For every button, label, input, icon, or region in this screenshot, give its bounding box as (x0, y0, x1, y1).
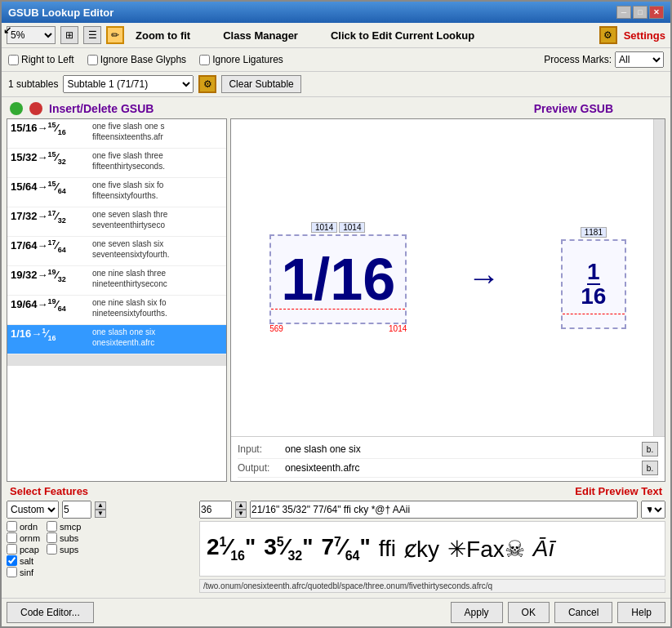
preview-size-up[interactable]: ▲ (235, 501, 247, 510)
arrow-symbol: → (468, 260, 501, 296)
ignore-ligatures-checkbox[interactable] (199, 55, 210, 65)
left-panel-title: Insert/Delete GSUB (49, 102, 154, 115)
preview-size-spin: ▲ ▼ (235, 501, 247, 518)
measure-3: 1181 (581, 227, 607, 238)
ignore-base-option[interactable]: Ignore Base Glyphs (87, 54, 186, 65)
spin-up-button[interactable]: ▲ (95, 501, 106, 510)
close-button[interactable]: ✕ (649, 6, 664, 19)
list-item[interactable]: sups (47, 544, 81, 555)
subs-checkbox[interactable] (47, 532, 57, 543)
spin-down-button[interactable]: ▼ (95, 510, 106, 518)
input-row: Input: one slash one six b. (238, 440, 658, 459)
help-button[interactable]: Help (617, 602, 665, 623)
ordn-checkbox[interactable] (7, 521, 17, 532)
table-row[interactable]: 1/16→1⁄16 one slash one sixonesixteenth.… (7, 325, 226, 354)
main-content: Insert/Delete GSUB Preview GSUB 15/16→15… (2, 97, 670, 598)
list-item[interactable]: subs (47, 532, 81, 543)
settings-icon[interactable]: ⚙ (599, 26, 617, 44)
preview-text-input[interactable] (250, 501, 638, 519)
salt-checkbox[interactable] (7, 555, 17, 566)
bottom-buttons: Code Editor... Apply OK Cancel Help (2, 598, 670, 626)
pcap-checkbox[interactable] (7, 544, 17, 555)
output-row: Output: onesixteenth.afrc b. (238, 459, 658, 478)
list-item[interactable]: ordn (7, 521, 40, 532)
grid-icon[interactable]: ⊞ (60, 26, 78, 44)
features-spin[interactable] (62, 501, 91, 519)
list-item[interactable]: sinf (7, 567, 40, 577)
output-edit-button[interactable]: b. (642, 461, 658, 475)
toolbar: ↙ 5% ⊞ ☰ ✏ Zoom to fit Class Manager Cli… (2, 23, 670, 48)
right-to-left-option[interactable]: Right to Left (8, 54, 74, 65)
smcp-checkbox[interactable] (47, 521, 57, 532)
glyph-item-6: ✳Fax☠ (447, 536, 525, 563)
width-2: 1014 (389, 324, 407, 333)
table-row[interactable]: 15/64→15⁄64 one five slash six fofifteen… (7, 178, 226, 207)
right-to-left-checkbox[interactable] (8, 55, 19, 65)
io-area: Input: one slash one six b. Output: ones… (231, 437, 665, 481)
cancel-button[interactable]: Cancel (554, 602, 612, 623)
sinf-checkbox[interactable] (7, 567, 17, 577)
table-row[interactable]: 19/64→19⁄64 one nine slash six foninetee… (7, 296, 226, 325)
title-bar: GSUB Lookup Editor ─ □ ✕ (2, 2, 670, 23)
right-panel-title: Preview GSUB (154, 102, 662, 115)
subtable-edit-icon[interactable]: ⚙ (198, 75, 216, 93)
zoom-select[interactable]: 5% (7, 26, 56, 44)
result-baseline (563, 314, 625, 314)
subtable-count: 1 subtables (8, 78, 58, 90)
rule-list[interactable]: 15/16→15⁄16 one five slash one sfifteens… (7, 118, 227, 482)
input-value: one slash one six (285, 443, 635, 455)
subtable-select[interactable]: Subtable 1 (71/71) (63, 75, 194, 93)
list-item[interactable]: salt (7, 555, 40, 566)
table-row[interactable]: 15/16→15⁄16 one five slash one sfifteens… (7, 119, 226, 149)
ok-button[interactable]: OK (508, 602, 550, 623)
process-marks-select[interactable]: All (615, 51, 664, 68)
features-panel: Custom ▲ ▼ ordn ornm pcap salt sinf (7, 501, 194, 577)
ignore-base-checkbox[interactable] (87, 55, 98, 65)
path-row: /two.onum/onesixteenth.afrc/quotedbl/spa… (199, 579, 665, 593)
sups-checkbox[interactable] (47, 544, 57, 555)
table-row[interactable]: 15/32→15⁄32 one five slash threefifteent… (7, 149, 226, 178)
clear-subtable-button[interactable]: Clear Subtable (221, 75, 300, 93)
preview-scrollbar[interactable] (653, 119, 665, 436)
ignore-ligatures-option[interactable]: Ignore Ligatures (199, 54, 283, 65)
features-dropdown[interactable]: Custom (7, 501, 59, 519)
list-item[interactable]: pcap (7, 544, 40, 555)
panels-area: 15/16→15⁄16 one five slash one sfifteens… (7, 118, 665, 482)
features-col-2: smcp subs sups (47, 521, 81, 577)
list-icon[interactable]: ☰ (83, 26, 101, 44)
measure-label-3: 1181 (581, 226, 607, 238)
edit-current-icon[interactable]: ✏ (106, 26, 124, 44)
preview-size-input[interactable] (199, 501, 232, 519)
ornm-checkbox[interactable] (7, 532, 17, 543)
glyph-area: 1014 1014 1/16 569 1014 (231, 119, 665, 436)
glyph-item-4: ffi (379, 536, 396, 562)
measure-1: 1014 (311, 222, 337, 233)
output-value: onesixteenth.afrc (285, 462, 635, 474)
title-bar-buttons: ─ □ ✕ (616, 6, 664, 19)
scroll-stub (7, 354, 226, 366)
features-list: ordn ornm pcap salt sinf smcp subs sups (7, 521, 194, 577)
table-row[interactable]: 17/32→17⁄32 one seven slash threseventee… (7, 207, 226, 237)
panels-header: Insert/Delete GSUB Preview GSUB (7, 102, 665, 115)
list-item[interactable]: smcp (47, 521, 81, 532)
apply-button[interactable]: Apply (451, 602, 503, 623)
select-features-label: Select Features (10, 485, 88, 497)
table-row[interactable]: 17/64→17⁄64 one seven slash sixseventeen… (7, 237, 226, 266)
preview-canvas[interactable]: 1014 1014 1/16 569 1014 (231, 119, 665, 437)
glyph-preview-row: 21⁄16" 35⁄32" 77⁄64" ffi ȼky ✳Fax☠ Āī (199, 521, 665, 577)
glyph-item-ai: Āī (533, 536, 554, 562)
path-text: /two.onum/onesixteenth.afrc/quotedbl/spa… (203, 581, 492, 590)
edit-preview-text-label: Edit Preview Text (575, 485, 662, 497)
list-item[interactable]: ornm (7, 532, 40, 543)
h-scrollbar[interactable] (231, 436, 665, 437)
preview-size-down[interactable]: ▼ (235, 510, 247, 518)
input-edit-button[interactable]: b. (642, 442, 658, 457)
minimize-button[interactable]: ─ (616, 6, 631, 19)
code-editor-button[interactable]: Code Editor... (7, 602, 94, 623)
features-col-1: ordn ornm pcap salt sinf (7, 521, 40, 577)
preview-text-dropdown[interactable]: ▼ (641, 501, 665, 519)
glyph-item-1: 21⁄16" (207, 534, 256, 563)
table-row[interactable]: 19/32→19⁄32 one nine slash threenineteen… (7, 266, 226, 296)
preview-panel: 1014 1014 1/16 569 1014 (230, 118, 665, 482)
maximize-button[interactable]: □ (633, 6, 648, 19)
